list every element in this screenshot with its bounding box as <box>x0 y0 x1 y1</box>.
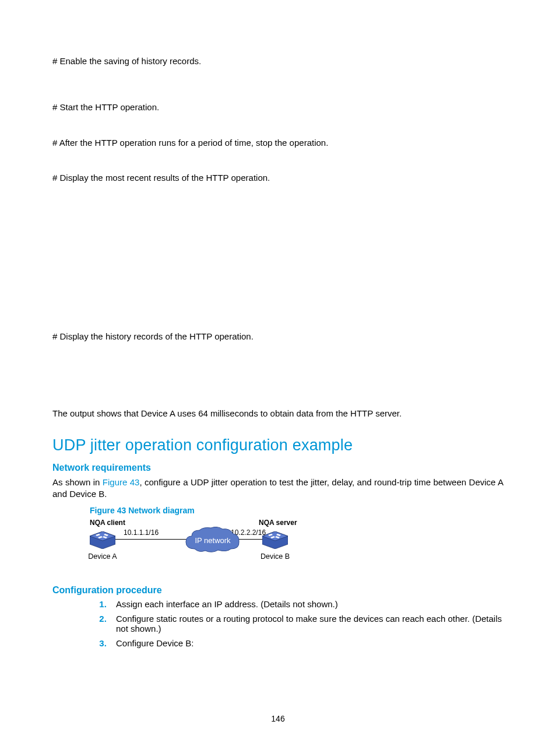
list-item: Assign each interface an IP address. (De… <box>109 599 504 609</box>
switch-icon <box>90 531 115 547</box>
heading-2: Configuration procedure <box>52 585 504 596</box>
diagram-cloud-label: IP network <box>188 536 238 545</box>
figure-caption: Figure 43 Network diagram <box>90 506 504 515</box>
diagram-label-nqa-server: NQA server <box>259 519 297 527</box>
diagram-link-line <box>115 539 189 540</box>
body-text: # Enable the saving of history records. <box>52 55 504 67</box>
body-text: # Display the most recent results of the… <box>52 172 504 184</box>
diagram-label-nqa-client: NQA client <box>90 519 125 527</box>
body-text: The output shows that Device A uses 64 m… <box>52 408 504 419</box>
body-text: # Display the history records of the HTT… <box>52 331 504 342</box>
list-item: Configure Device B: <box>109 638 504 648</box>
body-text: # Start the HTTP operation. <box>52 102 504 113</box>
step-text: Configure Device B: <box>116 638 193 648</box>
diagram-device-label: Device A <box>82 552 123 561</box>
body-text: As shown in Figure 43, configure a UDP j… <box>52 477 504 501</box>
diagram-ip-left: 10.1.1.1/16 <box>124 528 159 537</box>
switch-icon <box>262 531 288 547</box>
heading-1: UDP jitter operation configuration examp… <box>52 436 504 454</box>
step-text: Configure static routes or a routing pro… <box>116 614 502 634</box>
diagram-device-label: Device B <box>255 552 295 561</box>
procedure-list: Assign each interface an IP address. (De… <box>52 599 504 648</box>
body-text: # After the HTTP operation runs for a pe… <box>52 137 504 149</box>
list-item: Configure static routes or a routing pro… <box>109 614 504 634</box>
step-text: Assign each interface an IP address. (De… <box>116 599 338 609</box>
page-number: 146 <box>0 714 556 723</box>
network-diagram: NQA client NQA server 10.1.1.1/16 10.2.2… <box>90 519 329 570</box>
heading-2: Network requirements <box>52 463 504 473</box>
text-fragment: As shown in <box>52 477 103 487</box>
figure-ref-link[interactable]: Figure 43 <box>103 477 140 487</box>
